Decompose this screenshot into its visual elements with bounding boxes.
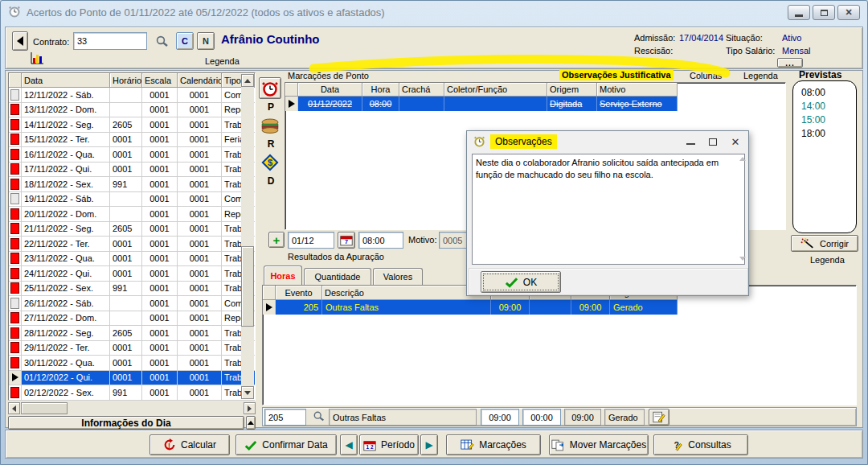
order-by-name-button[interactable]: N bbox=[197, 32, 215, 50]
minimize-button[interactable] bbox=[788, 5, 810, 20]
day-col-calendario[interactable]: Calendário bbox=[178, 73, 222, 88]
consultas-label: Consultas bbox=[688, 439, 731, 451]
maximize-button[interactable] bbox=[813, 5, 835, 20]
day-grid-hscrollbar[interactable] bbox=[8, 402, 256, 414]
resultado-row[interactable]: 205 Outras Faltas 09:00 09:00 Gerado bbox=[263, 300, 856, 315]
consultas-button[interactable]: ? Consultas bbox=[653, 434, 748, 455]
menu-observacoes[interactable]: Observações bbox=[559, 69, 620, 80]
corrigir-button[interactable]: Corrigir bbox=[791, 235, 858, 252]
day-row[interactable]: 29/11/2022 - Ter.000100010001Trab. bbox=[9, 341, 255, 356]
observation-textarea[interactable]: Neste dia o colaborador Afranio solicito… bbox=[472, 154, 745, 265]
marc-col-data[interactable]: Data bbox=[298, 83, 362, 97]
day-col-horario[interactable]: Horário bbox=[110, 73, 142, 88]
refeicao-letter-label[interactable]: R bbox=[259, 137, 283, 151]
menu-justificativa[interactable]: Justificativa bbox=[617, 69, 674, 80]
title-bar[interactable]: Acertos do Ponto de 01/11/2022 até 05/12… bbox=[0, 0, 868, 24]
marc-col-origem[interactable]: Origem bbox=[547, 83, 597, 97]
vscroll-thumb[interactable] bbox=[241, 246, 254, 327]
contrato-input[interactable]: 33 bbox=[73, 32, 147, 50]
mover-marcacoes-button[interactable]: Mover Marcações bbox=[549, 434, 649, 455]
textarea-scroll-up-icon[interactable] bbox=[739, 157, 746, 161]
day-row[interactable]: 14/11/2022 - Seg.260500010001Trab. bbox=[9, 117, 255, 133]
calcular-button[interactable]: ! Calcular bbox=[149, 434, 230, 455]
day-col-data[interactable]: Data bbox=[22, 73, 110, 88]
marc-col-coletor[interactable]: Coletor/Função bbox=[444, 83, 547, 97]
day-row[interactable]: 16/11/2022 - Qua.000100010001Trab. bbox=[9, 147, 255, 163]
day-grid-vscrollbar[interactable] bbox=[241, 74, 254, 399]
scroll-down-button[interactable] bbox=[241, 386, 254, 399]
scroll-left-button[interactable] bbox=[8, 402, 20, 414]
day-row[interactable]: 17/11/2022 - Qui.000100010001Trab. bbox=[9, 163, 255, 178]
day-cell-horario: 2605 bbox=[110, 117, 142, 132]
day-row[interactable]: 21/11/2022 - Seg.260500010001Trab. bbox=[9, 222, 255, 237]
despesa-letter-label[interactable]: D bbox=[259, 174, 283, 188]
hscroll-thumb[interactable] bbox=[21, 402, 68, 414]
day-row[interactable]: 20/11/2022 - Dom.00010001Repo bbox=[9, 207, 255, 222]
marc-col-cracha[interactable]: Crachá bbox=[399, 83, 444, 97]
search-event-icon[interactable] bbox=[313, 410, 326, 425]
day-row[interactable]: 22/11/2022 - Ter.000100010001Trab. bbox=[9, 237, 255, 252]
search-contract-icon[interactable] bbox=[155, 35, 170, 51]
despesa-button[interactable]: $ bbox=[259, 151, 281, 173]
day-row[interactable]: 30/11/2022 - Qua.000100010001Trab. bbox=[9, 356, 255, 371]
periodo-prev-button[interactable]: ◀ bbox=[340, 434, 358, 455]
periodo-button[interactable]: 1 2 Período bbox=[359, 434, 419, 455]
ponto-clock-button[interactable] bbox=[259, 77, 281, 99]
menu-legenda[interactable]: Legenda bbox=[743, 71, 778, 80]
tab-valores[interactable]: Valores bbox=[373, 268, 423, 285]
dialog-minimize-button[interactable] bbox=[679, 133, 702, 150]
editor-noturnas-input[interactable]: 00:00 bbox=[522, 409, 561, 426]
confirmar-data-button[interactable]: Confirmar Data bbox=[235, 434, 337, 455]
add-date-input[interactable]: 01/12 bbox=[288, 232, 334, 249]
day-row[interactable]: 18/11/2022 - Sex.99100010001Trab. bbox=[9, 177, 255, 192]
situacao-label: Situação: bbox=[726, 33, 763, 43]
marcacao-row[interactable]: 01/12/2022 08:00 Digitada Serviço Extern… bbox=[285, 97, 785, 111]
tab-quantidade[interactable]: Quantidade bbox=[304, 268, 371, 285]
tab-horas[interactable]: Horas bbox=[264, 265, 302, 285]
dialog-close-button[interactable]: ✕ bbox=[724, 133, 747, 150]
edit-note-button[interactable] bbox=[649, 409, 669, 426]
day-row[interactable]: 24/11/2022 - Qui.000100010001Trab. bbox=[9, 266, 255, 282]
day-row[interactable]: 15/11/2022 - Ter.000100010001Feria bbox=[9, 133, 255, 148]
add-marking-button[interactable]: + bbox=[268, 232, 285, 248]
add-time-input[interactable]: 08:00 bbox=[358, 232, 403, 249]
day-row[interactable]: 01/12/2022 - Qui.000100010001Trab bbox=[9, 371, 255, 386]
close-button[interactable]: ✕ bbox=[837, 5, 860, 20]
calendar-picker-button[interactable]: 7 bbox=[338, 232, 355, 249]
more-options-button[interactable]: ... bbox=[777, 58, 803, 68]
day-row[interactable]: 12/11/2022 - Sáb.00010001Comp bbox=[9, 88, 255, 103]
day-row[interactable]: 27/11/2022 - Dom.00010001Repo bbox=[9, 311, 255, 327]
day-row[interactable]: 23/11/2022 - Qua.000100010001Trab. bbox=[9, 252, 255, 267]
bottom-toolbar: ! Calcular Confirmar Data ◀ 1 2 Período … bbox=[5, 430, 863, 459]
res-col-evento[interactable]: Evento bbox=[276, 286, 322, 300]
editor-evento-input[interactable]: 205 bbox=[264, 409, 306, 426]
scroll-up-button[interactable] bbox=[241, 74, 254, 87]
day-row[interactable]: 28/11/2022 - Seg.260500010001Trab. bbox=[9, 326, 255, 341]
day-row[interactable]: 25/11/2022 - Sex.99100010001Trab. bbox=[9, 282, 255, 297]
dialog-title-bar[interactable]: Observações ✕ bbox=[467, 131, 748, 152]
dialog-maximize-button[interactable] bbox=[702, 133, 724, 150]
day-row[interactable]: 13/11/2022 - Dom.00010001Repo bbox=[9, 103, 255, 118]
query-icon: ? bbox=[670, 439, 683, 451]
collapse-info-button[interactable] bbox=[246, 416, 256, 430]
refeicao-button[interactable] bbox=[259, 114, 281, 136]
informacoes-do-dia-bar[interactable]: Informações do Dia bbox=[8, 416, 244, 430]
ok-button[interactable]: OK bbox=[481, 271, 561, 293]
textarea-scroll-down-icon[interactable] bbox=[739, 257, 746, 261]
previous-contract-button[interactable] bbox=[12, 31, 28, 51]
marc-col-motivo[interactable]: Motivo bbox=[597, 83, 678, 97]
menu-colunas[interactable]: Colunas bbox=[690, 71, 722, 80]
day-row[interactable]: 02/12/2022 - Sex.99100010001Trab. bbox=[9, 385, 255, 401]
scroll-right-button[interactable] bbox=[244, 402, 256, 414]
marc-col-hora[interactable]: Hora bbox=[362, 83, 399, 97]
periodo-next-button[interactable]: ▶ bbox=[420, 434, 438, 455]
day-row[interactable]: 19/11/2022 - Sáb.00010001Comp bbox=[9, 192, 255, 208]
day-flag-icon bbox=[9, 266, 22, 281]
marcacoes-button[interactable]: Marcações bbox=[446, 434, 541, 455]
order-by-code-button[interactable]: C bbox=[176, 32, 194, 50]
editor-diurnas-input[interactable]: 09:00 bbox=[481, 409, 519, 426]
ponto-letter-label[interactable]: P bbox=[259, 100, 283, 114]
day-row[interactable]: 26/11/2022 - Sáb.00010001Comp bbox=[9, 296, 255, 311]
day-col-escala[interactable]: Escala bbox=[142, 73, 178, 88]
chart-icon[interactable] bbox=[30, 51, 44, 67]
